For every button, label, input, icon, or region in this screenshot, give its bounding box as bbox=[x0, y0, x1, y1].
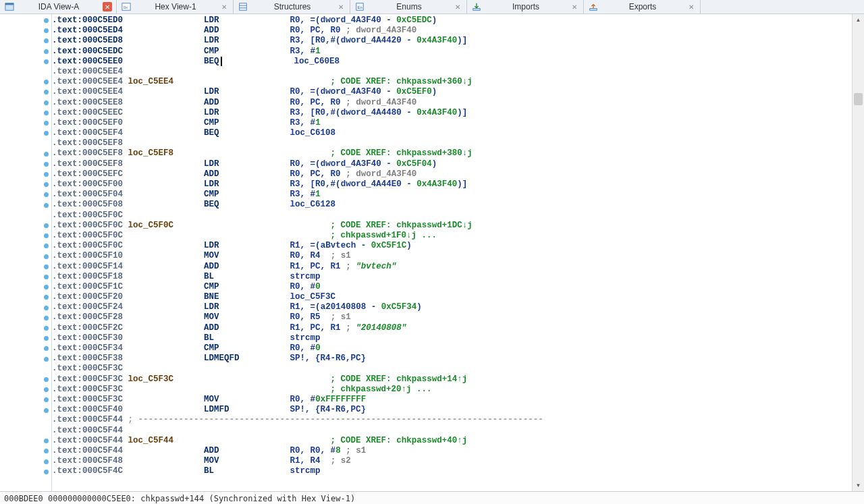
disasm-line[interactable]: .text:000C5F44 ; -----------------------… bbox=[52, 415, 852, 425]
disasm-line[interactable]: .text:000C5F04 CMP R3, #1 bbox=[52, 190, 852, 200]
disasm-line[interactable]: .text:000C5EFC ADD R0, PC, R0 ; dword_4A… bbox=[52, 169, 852, 179]
breakpoint-dot[interactable] bbox=[44, 90, 49, 94]
disasm-line[interactable]: .text:000C5EE4 loc_C5EE4 ; CODE XREF: ch… bbox=[52, 77, 852, 87]
breakpoint-dot[interactable] bbox=[44, 182, 49, 187]
disassembly-view[interactable]: .text:000C5ED0 LDR R0, =(dword_4A3F40 - … bbox=[52, 14, 852, 491]
disasm-line[interactable]: .text:000C5F48 MOV R1, R4 ; s2 bbox=[52, 456, 852, 466]
disasm-line[interactable]: .text:000C5F14 ADD R1, PC, R1 ; "bvtech" bbox=[52, 262, 852, 272]
scroll-down-button[interactable]: ▼ bbox=[853, 480, 864, 491]
tab-ida-view-a[interactable]: IDA View-A✕ bbox=[0, 0, 117, 13]
disasm-line[interactable]: .text:000C5EDC CMP R3, #1 bbox=[52, 47, 852, 57]
disasm-line[interactable]: .text:000C5EE4 bbox=[52, 67, 852, 77]
breakpoint-dot[interactable] bbox=[44, 172, 49, 177]
tab-close-button[interactable]: ✕ bbox=[336, 2, 346, 11]
vscroll-track[interactable] bbox=[853, 26, 864, 480]
disasm-line[interactable]: .text:000C5EE8 ADD R0, PC, R0 ; dword_4A… bbox=[52, 98, 852, 108]
disasm-line[interactable]: .text:000C5F34 CMP R0, #0 bbox=[52, 343, 852, 354]
tab-close-button[interactable]: ✕ bbox=[219, 2, 229, 11]
disasm-line[interactable]: .text:000C5F20 BNE loc_C5F3C bbox=[52, 292, 852, 302]
breakpoint-dot[interactable] bbox=[44, 285, 49, 289]
disasm-line[interactable]: .text:000C5F3C bbox=[52, 364, 852, 374]
disasm-line[interactable]: .text:000C5ED4 ADD R0, PC, R0 ; dword_4A… bbox=[52, 26, 852, 36]
breakpoint-dot[interactable] bbox=[44, 59, 49, 64]
tab-enums[interactable]: EnEnums✕ bbox=[350, 0, 467, 13]
breakpoint-dot[interactable] bbox=[44, 275, 49, 279]
disasm-line[interactable]: .text:000C5F0C loc_C5F0C ; CODE XREF: ch… bbox=[52, 221, 852, 231]
breakpoint-dot[interactable] bbox=[44, 295, 49, 300]
tab-close-button[interactable]: ✕ bbox=[686, 2, 696, 11]
breakpoint-dot[interactable] bbox=[44, 346, 49, 351]
disasm-line[interactable]: .text:000C5EF0 CMP R3, #1 bbox=[52, 118, 852, 128]
breakpoint-dot[interactable] bbox=[44, 459, 49, 464]
disasm-line[interactable]: .text:000C5F3C loc_C5F3C ; CODE XREF: ch… bbox=[52, 374, 852, 385]
disasm-line[interactable]: .text:000C5F00 LDR R3, [R0,#(dword_4A44E… bbox=[52, 179, 852, 190]
breakpoint-dot[interactable] bbox=[44, 203, 49, 208]
disasm-line[interactable]: .text:000C5EF8 bbox=[52, 138, 852, 148]
breakpoint-dot[interactable] bbox=[44, 449, 49, 453]
breakpoint-dot[interactable] bbox=[44, 254, 49, 259]
disasm-line[interactable]: .text:000C5F44 ADD R0, R0, #8 ; s1 bbox=[52, 446, 852, 456]
breakpoint-dot[interactable] bbox=[44, 152, 49, 157]
breakpoint-dot[interactable] bbox=[44, 306, 49, 310]
disasm-line[interactable]: .text:000C5F3C ; chkpasswd+20↑j ... bbox=[52, 385, 852, 395]
scroll-up-button[interactable]: ▲ bbox=[853, 14, 864, 26]
breakpoint-dot[interactable] bbox=[44, 233, 49, 238]
disasm-line[interactable]: .text:000C5F0C LDR R1, =(aBvtech - 0xC5F… bbox=[52, 241, 852, 251]
disasm-line[interactable]: .text:000C5F38 LDMEQFD SP!, {R4-R6,PC} bbox=[52, 354, 852, 364]
breakpoint-dot[interactable] bbox=[44, 377, 49, 382]
vertical-scrollbar[interactable]: ▲ ▼ bbox=[852, 14, 864, 491]
breakpoint-dot[interactable] bbox=[44, 192, 49, 197]
breakpoint-dot[interactable] bbox=[44, 439, 49, 443]
breakpoint-dot[interactable] bbox=[44, 326, 49, 331]
disasm-line[interactable]: .text:000C5F10 MOV R0, R4 ; s1 bbox=[52, 251, 852, 261]
breakpoint-dot[interactable] bbox=[44, 470, 49, 474]
breakpoint-dot[interactable] bbox=[44, 336, 49, 341]
vscroll-thumb[interactable] bbox=[854, 93, 863, 105]
breakpoint-dot[interactable] bbox=[44, 223, 49, 228]
disasm-line[interactable]: .text:000C5EE4 LDR R0, =(dword_4A3F40 - … bbox=[52, 87, 852, 97]
breakpoint-dot[interactable] bbox=[44, 397, 49, 402]
tab-close-button[interactable]: ✕ bbox=[103, 2, 112, 11]
breakpoint-dot[interactable] bbox=[44, 162, 49, 167]
breakpoint-dot[interactable] bbox=[44, 18, 49, 23]
disasm-line[interactable]: .text:000C5ED0 LDR R0, =(dword_4A3F40 - … bbox=[52, 16, 852, 26]
breakpoint-dot[interactable] bbox=[44, 28, 49, 33]
disasm-line[interactable]: .text:000C5F44 bbox=[52, 426, 852, 436]
breakpoint-dot[interactable] bbox=[44, 131, 49, 136]
breakpoint-dot[interactable] bbox=[44, 357, 49, 362]
breakpoint-dot[interactable] bbox=[44, 264, 49, 269]
breakpoint-dot[interactable] bbox=[44, 80, 49, 84]
breakpoint-dot[interactable] bbox=[44, 111, 49, 115]
breakpoint-dot[interactable] bbox=[44, 101, 49, 105]
breakpoint-dot[interactable] bbox=[44, 408, 49, 413]
breakpoint-dot[interactable] bbox=[44, 244, 49, 248]
disasm-line[interactable]: .text:000C5EE0 BEQ loc_C60E8 bbox=[52, 57, 852, 67]
disasm-line[interactable]: .text:000C5F24 LDR R1, =(a20140808 - 0xC… bbox=[52, 302, 852, 312]
disasm-line[interactable]: .text:000C5EF4 BEQ loc_C6108 bbox=[52, 128, 852, 138]
disasm-line[interactable]: .text:000C5F44 loc_C5F44 ; CODE XREF: ch… bbox=[52, 436, 852, 446]
disasm-line[interactable]: .text:000C5ED8 LDR R3, [R0,#(dword_4A442… bbox=[52, 36, 852, 46]
disasm-line[interactable]: .text:000C5F18 BL strcmp bbox=[52, 272, 852, 282]
disasm-line[interactable]: .text:000C5F28 MOV R0, R5 ; s1 bbox=[52, 312, 852, 323]
breakpoint-dot[interactable] bbox=[44, 49, 49, 54]
breakpoint-dot[interactable] bbox=[44, 316, 49, 320]
breakpoint-dot[interactable] bbox=[44, 38, 49, 43]
breakpoint-dot[interactable] bbox=[44, 387, 49, 392]
disasm-line[interactable]: .text:000C5F40 LDMFD SP!, {R4-R6,PC} bbox=[52, 405, 852, 415]
disasm-line[interactable]: .text:000C5EEC LDR R3, [R0,#(dword_4A448… bbox=[52, 108, 852, 118]
tab-hex-view-1[interactable]: 0xHex View-1✕ bbox=[117, 0, 234, 13]
disasm-line[interactable]: .text:000C5F30 BL strcmp bbox=[52, 333, 852, 343]
disasm-line[interactable]: .text:000C5EF8 LDR R0, =(dword_4A3F40 - … bbox=[52, 159, 852, 169]
disasm-line[interactable]: .text:000C5F2C ADD R1, PC, R1 ; "2014080… bbox=[52, 323, 852, 333]
tab-structures[interactable]: Structures✕ bbox=[234, 0, 350, 13]
breakpoint-dot[interactable] bbox=[44, 121, 49, 125]
disasm-line[interactable]: .text:000C5F08 BEQ loc_C6128 bbox=[52, 200, 852, 210]
tab-close-button[interactable]: ✕ bbox=[453, 2, 462, 11]
tab-close-button[interactable]: ✕ bbox=[570, 2, 579, 11]
disasm-line[interactable]: .text:000C5EF8 loc_C5EF8 ; CODE XREF: ch… bbox=[52, 148, 852, 159]
disasm-line[interactable]: .text:000C5F4C BL strcmp bbox=[52, 466, 852, 476]
disasm-line[interactable]: .text:000C5F1C CMP R0, #0 bbox=[52, 282, 852, 292]
disasm-line[interactable]: .text:000C5F3C MOV R0, #0xFFFFFFFF bbox=[52, 395, 852, 405]
disasm-line[interactable]: .text:000C5F0C bbox=[52, 211, 852, 221]
tab-imports[interactable]: Imports✕ bbox=[467, 0, 584, 13]
